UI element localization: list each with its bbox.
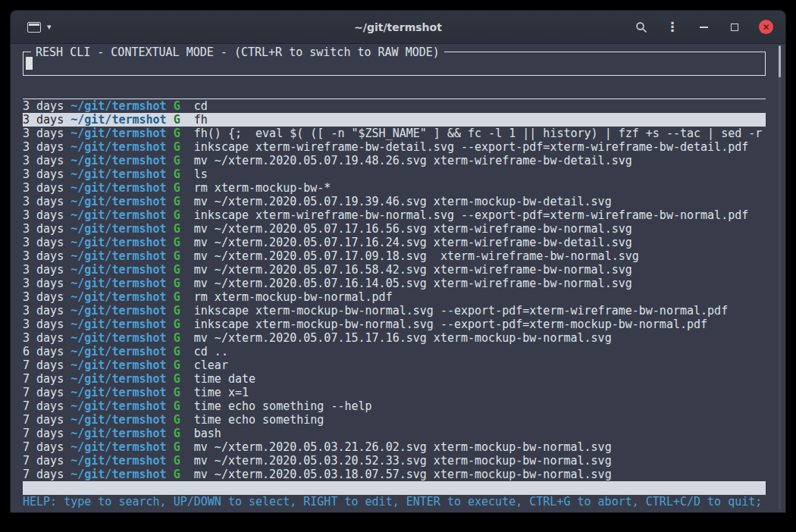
close-button[interactable]: ✕ bbox=[759, 20, 773, 34]
history-row[interactable]: 7 days ~/git/termshot G time date bbox=[23, 372, 766, 386]
history-row[interactable]: 3 days ~/git/termshot G mv ~/xterm.2020.… bbox=[23, 222, 766, 236]
titlebar-left: ▾ bbox=[27, 22, 52, 33]
titlebar-right: ⋮ ✕ bbox=[635, 20, 773, 34]
history-row[interactable]: 3 days ~/git/termshot G mv ~/xterm.2020.… bbox=[23, 195, 766, 208]
history-row[interactable]: 3 days ~/git/termshot G inkscape xterm-m… bbox=[23, 304, 766, 318]
history-row[interactable]: 6 days ~/git/termshot G cd .. bbox=[23, 345, 766, 358]
history-row[interactable]: 3 days ~/git/termshot G mv ~/xterm.2020.… bbox=[23, 263, 766, 277]
history-row[interactable]: 3 days ~/git/termshot G rm xterm-mockup-… bbox=[23, 181, 766, 195]
minimize-icon bbox=[700, 27, 708, 28]
menu-button[interactable]: ⋮ bbox=[666, 20, 679, 34]
help-line: HELP: type to search, UP/DOWN to select,… bbox=[23, 495, 766, 509]
restore-button[interactable] bbox=[728, 20, 741, 34]
history-row[interactable]: 7 days ~/git/termshot G time echo someth… bbox=[23, 399, 766, 413]
history-row[interactable]: 7 days ~/git/termshot G time x=1 bbox=[23, 386, 766, 399]
status-bar: 2020-05-08 00:34:56 tower:~/git/termshot… bbox=[23, 481, 766, 495]
terminal-window: ▾ ~/git/termshot ⋮ ✕ RESH CLI - CONTEXTU… bbox=[11, 11, 785, 512]
history-row[interactable]: 7 days ~/git/termshot G bash bbox=[23, 427, 766, 440]
history-row[interactable]: 3 days ~/git/termshot G cd bbox=[23, 99, 766, 113]
search-box[interactable]: RESH CLI - CONTEXTUAL MODE - (CTRL+R to … bbox=[23, 52, 766, 76]
text-cursor bbox=[26, 57, 33, 70]
history-row[interactable]: 3 days ~/git/termshot G mv ~/xterm.2020.… bbox=[23, 154, 766, 167]
chevron-down-icon: ▾ bbox=[47, 23, 52, 31]
history-row[interactable]: 7 days ~/git/termshot G time echo someth… bbox=[23, 413, 766, 427]
search-button[interactable] bbox=[635, 20, 648, 34]
history-row[interactable]: 3 days ~/git/termshot G fh() {; eval $( … bbox=[23, 127, 766, 140]
history-row[interactable]: 7 days ~/git/termshot G clear bbox=[23, 358, 766, 372]
history-row[interactable]: 7 days ~/git/termshot G mv ~/xterm.2020.… bbox=[23, 440, 766, 454]
new-terminal-button[interactable]: ▾ bbox=[27, 22, 52, 33]
table-header: TIME HOST:DIRECTORY FLAGS COMMAND-LINE bbox=[23, 85, 766, 99]
scrollbar[interactable] bbox=[779, 45, 781, 509]
scrollbar-thumb[interactable] bbox=[779, 45, 781, 77]
history-row[interactable]: 3 days ~/git/termshot G inkscape xterm-w… bbox=[23, 140, 766, 154]
history-row[interactable]: 3 days ~/git/termshot G fh bbox=[23, 113, 766, 127]
terminal-window-icon bbox=[27, 22, 41, 33]
history-row[interactable]: 3 days ~/git/termshot G mv ~/xterm.2020.… bbox=[23, 249, 766, 263]
terminal-content[interactable]: RESH CLI - CONTEXTUAL MODE - (CTRL+R to … bbox=[11, 44, 785, 512]
restore-icon bbox=[731, 23, 738, 31]
history-row[interactable]: 7 days ~/git/termshot G mv ~/xterm.2020.… bbox=[23, 468, 766, 481]
history-row[interactable]: 3 days ~/git/termshot G inkscape xterm-w… bbox=[23, 208, 766, 222]
history-row[interactable]: 3 days ~/git/termshot G mv ~/xterm.2020.… bbox=[23, 236, 766, 249]
mode-title: RESH CLI - CONTEXTUAL MODE - (CTRL+R to … bbox=[31, 45, 444, 59]
titlebar[interactable]: ▾ ~/git/termshot ⋮ ✕ bbox=[11, 11, 785, 44]
history-row[interactable]: 3 days ~/git/termshot G mv ~/xterm.2020.… bbox=[23, 277, 766, 290]
history-row[interactable]: 3 days ~/git/termshot G ls bbox=[23, 167, 766, 181]
history-row[interactable]: 3 days ~/git/termshot G rm xterm-mockup-… bbox=[23, 290, 766, 304]
minimize-button[interactable] bbox=[697, 20, 710, 34]
history-row[interactable]: 3 days ~/git/termshot G mv ~/xterm.2020.… bbox=[23, 331, 766, 345]
history-row[interactable]: 3 days ~/git/termshot G inkscape xterm-m… bbox=[23, 318, 766, 331]
history-row[interactable]: 7 days ~/git/termshot G mv ~/xterm.2020.… bbox=[23, 454, 766, 468]
search-icon bbox=[635, 21, 647, 33]
history-rows: 3 days ~/git/termshot G cd3 days ~/git/t… bbox=[23, 99, 766, 481]
